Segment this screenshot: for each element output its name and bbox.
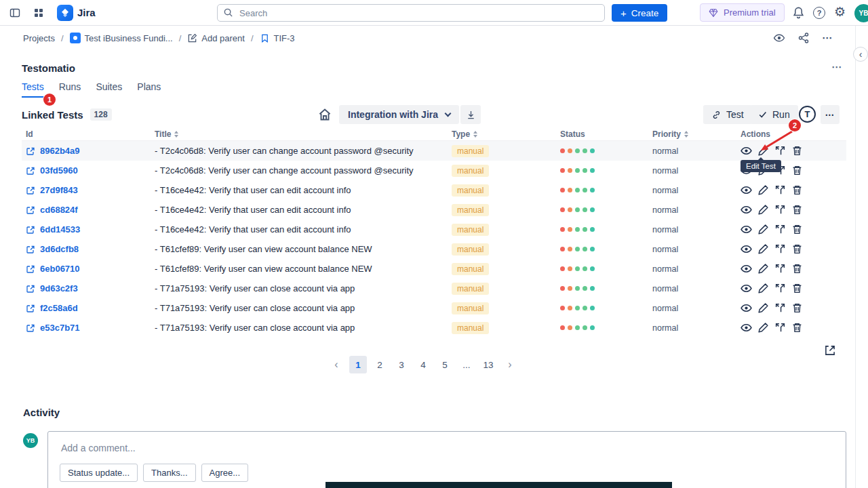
premium-trial-button[interactable]: Premium trial [700,3,785,22]
user-avatar[interactable]: YB [854,4,868,22]
watch-eye-icon[interactable] [773,32,785,44]
comment-box[interactable]: Add a comment... Status update...Thanks.… [47,431,846,488]
unlink-test-icon[interactable] [774,263,786,274]
collapse-panel-button[interactable]: ‹ [853,47,868,62]
test-id-link[interactable]: 6dd14533 [40,224,80,235]
issue-more-actions-icon[interactable]: ⋯ [822,32,833,44]
pagination-page-2[interactable]: 2 [371,356,389,373]
delete-test-icon[interactable] [791,322,803,333]
share-icon[interactable] [797,32,810,44]
edit-test-icon[interactable] [757,322,769,333]
pagination-page-3[interactable]: 3 [393,356,410,373]
search-input[interactable] [217,4,605,22]
edit-test-icon[interactable] [757,224,769,235]
edit-test-icon[interactable] [757,184,769,196]
delete-test-icon[interactable] [791,283,803,294]
view-test-icon[interactable] [741,224,752,235]
testomatio-logo-button[interactable]: T [799,106,816,123]
test-id-link[interactable]: cd68824f [40,205,78,215]
notifications-bell-icon[interactable] [792,6,805,19]
view-test-icon[interactable] [741,145,752,157]
unlink-test-icon[interactable] [774,184,786,196]
quick-reply-button[interactable]: Status update... [60,464,138,482]
comment-input[interactable]: Add a comment... [61,443,846,453]
link-test-button[interactable]: Test [703,105,752,124]
tab-plans[interactable]: Plans [137,81,161,98]
sidebar-toggle-icon[interactable] [9,7,21,19]
tab-suites[interactable]: Suites [96,81,122,98]
integration-dropdown[interactable]: Integration with Jira [339,105,459,124]
pagination-page-1[interactable]: 1 [349,356,367,373]
unlink-test-icon[interactable] [774,224,786,235]
edit-test-icon[interactable] [757,283,769,294]
column-header-priority[interactable]: Priority [648,129,736,139]
help-icon[interactable]: ? [813,7,825,19]
table-row[interactable]: cd68824f - T16ce4e42: Verify that user c… [22,200,846,220]
delete-test-icon[interactable] [791,243,803,255]
pagination-next[interactable]: › [501,356,519,373]
table-row[interactable]: 27d9f843 - T16ce4e42: Verify that user c… [22,180,846,200]
pagination-page-13[interactable]: 13 [479,356,497,373]
unlink-test-icon[interactable] [774,243,786,255]
delete-test-icon[interactable] [791,184,803,196]
delete-test-icon[interactable] [791,165,803,176]
breadcrumb-issue-link[interactable]: TIF-3 [260,33,295,43]
unlink-test-icon[interactable] [774,302,786,314]
export-icon[interactable] [823,344,837,357]
view-test-icon[interactable] [741,302,752,314]
test-id-link[interactable]: 8962b4a9 [40,146,80,156]
view-test-icon[interactable] [741,243,752,255]
table-row[interactable]: 9d63c2f3 - T71a75193: Verify user can cl… [22,279,846,298]
unlink-test-icon[interactable] [774,322,786,333]
view-test-icon[interactable] [741,322,752,333]
create-button[interactable]: + Create [612,4,667,22]
breadcrumb-projects-link[interactable]: Projects [23,33,55,43]
edit-test-icon[interactable] [757,204,769,216]
edit-test-icon[interactable] [757,243,769,255]
settings-gear-icon[interactable]: ⚙ [834,5,846,20]
quick-reply-button[interactable]: Thanks... [143,464,195,482]
table-row[interactable]: 6dd14533 - T16ce4e42: Verify that user c… [22,220,846,239]
pagination-page-...[interactable]: ... [458,356,475,373]
test-id-link[interactable]: 9d63c2f3 [40,283,78,293]
edit-test-icon[interactable] [757,263,769,274]
jira-logo-icon[interactable] [57,5,73,21]
table-row[interactable]: 8962b4a9 - T2c4c06d8: Verify user can ch… [22,141,846,161]
test-id-link[interactable]: e53c7b71 [40,323,80,333]
table-row[interactable]: 6eb06710 - T61cfef89: Verify user can vi… [22,259,846,279]
tab-runs[interactable]: Runs [59,81,81,98]
app-switcher-icon[interactable] [33,7,45,19]
edit-test-icon[interactable] [757,302,769,314]
unlink-test-icon[interactable] [774,204,786,216]
home-icon[interactable] [317,107,332,122]
add-parent-button[interactable]: Add parent [187,33,245,43]
delete-test-icon[interactable] [791,302,803,314]
table-row[interactable]: 03fd5960 - T2c4c06d8: Verify user can ch… [22,161,846,180]
view-test-icon[interactable] [741,263,752,274]
column-header-type[interactable]: Type [448,129,556,139]
view-test-icon[interactable] [741,283,752,294]
pagination-prev[interactable]: ‹ [328,356,345,373]
tab-tests[interactable]: Tests [22,81,44,98]
unlink-test-icon[interactable] [774,283,786,294]
delete-test-icon[interactable] [791,204,803,216]
delete-test-icon[interactable] [791,224,803,235]
column-header-title[interactable]: Title [151,129,448,139]
delete-test-icon[interactable] [791,263,803,274]
table-row[interactable]: e53c7b71 - T71a75193: Verify user can cl… [22,318,846,338]
breadcrumb-project-link[interactable]: Test iBusiness Fundi... [70,33,173,43]
pagination-page-5[interactable]: 5 [436,356,454,373]
test-id-link[interactable]: 03fd5960 [40,165,78,176]
panel-more-actions-icon[interactable]: ⋯ [831,61,842,73]
table-row[interactable]: 3d6dcfb8 - T61cfef89: Verify user can vi… [22,239,846,259]
quick-reply-button[interactable]: Agree... [201,464,249,482]
test-id-link[interactable]: f2c58a6d [40,303,78,313]
table-row[interactable]: f2c58a6d - T71a75193: Verify user can cl… [22,298,846,318]
test-id-link[interactable]: 6eb06710 [40,264,80,274]
test-id-link[interactable]: 3d6dcfb8 [40,244,79,254]
branch-icon-button[interactable] [460,105,481,124]
view-test-icon[interactable] [741,184,752,196]
table-more-actions-icon[interactable]: ⋯ [821,105,840,124]
pagination-page-4[interactable]: 4 [414,356,432,373]
view-test-icon[interactable] [741,204,752,216]
